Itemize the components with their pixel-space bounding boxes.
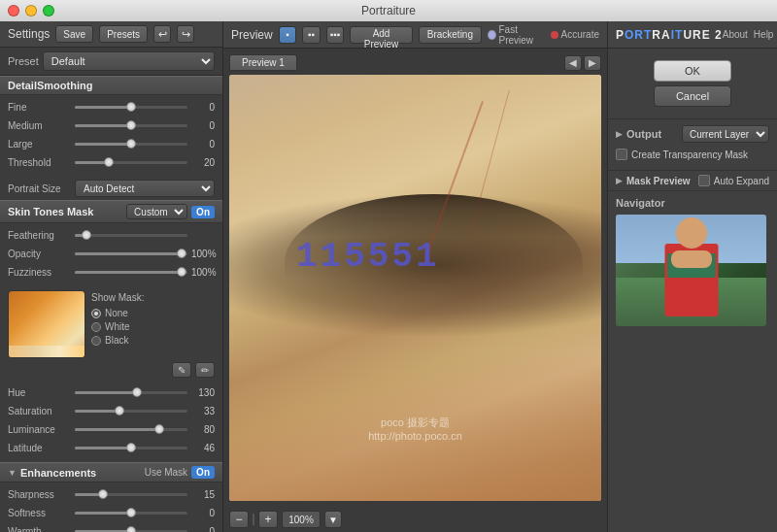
accurate-option[interactable]: Accurate [551,29,599,40]
softness-track[interactable] [75,512,187,515]
show-mask-label: Show Mask: [91,292,144,303]
use-mask-on-badge: On [191,466,215,479]
preview-label: Preview [231,28,273,42]
hue-slider-row: Hue 130 [8,384,215,400]
threshold-slider-row: Threshold 20 [8,154,215,170]
ok-cancel-area: OK Cancel [608,49,777,118]
hsl-content: Hue 130 Saturation 33 Luminance [0,381,222,462]
enhancements-header: ▼ Enhancements Use Mask On [0,462,222,482]
sharpness-track[interactable] [75,493,187,496]
about-button[interactable]: About [723,29,748,40]
luminance-track[interactable] [75,428,187,431]
auto-expand-row: Auto Expand [698,175,769,186]
mask-none-radio[interactable]: None [91,308,144,318]
next-arrow[interactable]: ▶ [584,55,601,71]
preview-image[interactable]: 115551 poco 摄影专题 http://photo.poco.cn [229,75,601,501]
output-triangle-icon: ▶ [616,129,623,139]
help-button[interactable]: Help [754,29,774,40]
create-transparency-checkbox[interactable] [616,149,627,160]
eye-photo: 115551 poco 摄影专题 http://photo.poco.cn [229,75,601,501]
hue-value: 130 [191,387,215,398]
warmth-label: Warmth [8,526,71,533]
fine-value: 0 [191,102,215,113]
medium-track[interactable] [75,124,187,127]
mask-preview-label: Mask Preview [626,176,694,186]
mask-black-radio[interactable]: Black [91,335,144,346]
minimize-button[interactable] [25,5,37,17]
fine-label: Fine [8,102,71,113]
preview-toolbar: Preview ▪ ▪▪ ▪▪▪ Add Preview Bracketing … [223,21,607,49]
preview-tab-1[interactable]: Preview 1 [229,54,297,71]
large-track[interactable] [75,143,187,146]
latitude-track[interactable] [75,447,187,449]
mask-black-dot [91,336,101,346]
presets-button[interactable]: Presets [99,25,148,43]
preset-select[interactable]: Default [43,51,215,71]
redo-button[interactable]: ↪ [177,25,194,43]
close-button[interactable] [8,5,19,17]
skin-tones-preset-select[interactable]: Custom [126,204,187,219]
eyedropper-minus-button[interactable]: ✏ [195,362,215,378]
overlay-text: 115551 [296,237,440,277]
fuzziness-slider-row: Fuzziness 100% [8,264,215,280]
medium-label: Medium [8,120,71,131]
fast-preview-radio [488,30,496,40]
prev-arrow[interactable]: ◀ [564,55,582,71]
mask-preview-triangle-icon: ▶ [616,176,623,185]
mask-none-label: None [105,308,128,318]
auto-expand-checkbox[interactable] [698,175,710,186]
zoom-dropdown[interactable]: ▼ [324,511,342,528]
saturation-label: Saturation [8,406,71,416]
save-button[interactable]: Save [55,25,93,43]
split-view-button[interactable]: ▪▪ [302,26,321,44]
mask-white-radio[interactable]: White [91,321,144,332]
cancel-button[interactable]: Cancel [654,85,731,107]
title-bar: Portraiture [0,0,777,21]
eyedropper-row: ✎ ✏ [0,362,222,381]
add-preview-button[interactable]: Add Preview [350,26,412,44]
medium-slider-row: Medium 0 [8,117,215,133]
feathering-label: Feathering [8,230,71,241]
preview-navigation: ◀ ▶ [564,55,601,71]
navigator-thumbnail [616,215,766,326]
watermark: poco 摄影专题 http://photo.poco.cn [368,416,462,442]
maximize-button[interactable] [43,5,54,17]
nav-head [676,217,707,249]
mask-black-label: Black [105,335,128,346]
multi-view-button[interactable]: ▪▪▪ [326,26,345,44]
feathering-track[interactable] [75,234,187,237]
luminance-label: Luminance [8,424,71,435]
output-select[interactable]: Current Layer [682,125,769,143]
fast-preview-option[interactable]: Fast Preview [488,24,545,46]
hue-track[interactable] [75,391,187,394]
latitude-label: Latitude [8,443,71,453]
eyedropper-button[interactable]: ✎ [172,362,191,378]
saturation-track[interactable] [75,410,187,413]
bracketing-button[interactable]: Bracketing [419,26,482,44]
zoom-in-button[interactable]: + [258,511,278,528]
single-view-button[interactable]: ▪ [279,26,297,44]
portraiture-logo: PORTRAITURE 2 [616,28,723,42]
preview-bottom: − + ▼ [223,507,607,532]
threshold-track[interactable] [75,161,187,164]
softness-value: 0 [191,508,215,518]
ok-button[interactable]: OK [654,60,731,82]
portrait-size-select[interactable]: Auto Detect [75,180,215,197]
fine-track[interactable] [75,106,187,109]
enhancements-label: Enhancements [20,467,141,479]
preset-row: Preset Default [0,48,222,76]
fuzziness-track[interactable] [75,271,187,274]
latitude-value: 46 [191,443,215,453]
undo-button[interactable]: ↩ [153,25,171,43]
navigator-label: Navigator [616,197,769,209]
mask-white-dot [91,322,101,332]
fast-preview-label: Fast Preview [499,24,545,46]
color-swatch[interactable] [8,290,85,358]
sharpness-label: Sharpness [8,489,71,500]
zoom-out-button[interactable]: − [229,511,249,528]
fuzziness-value: 100% [191,267,215,278]
main-layout: Settings Save Presets ↩ ↪ Preset Default… [0,21,777,532]
zoom-input[interactable] [282,511,321,528]
use-mask-label: Use Mask [145,467,187,478]
opacity-track[interactable] [75,252,187,255]
